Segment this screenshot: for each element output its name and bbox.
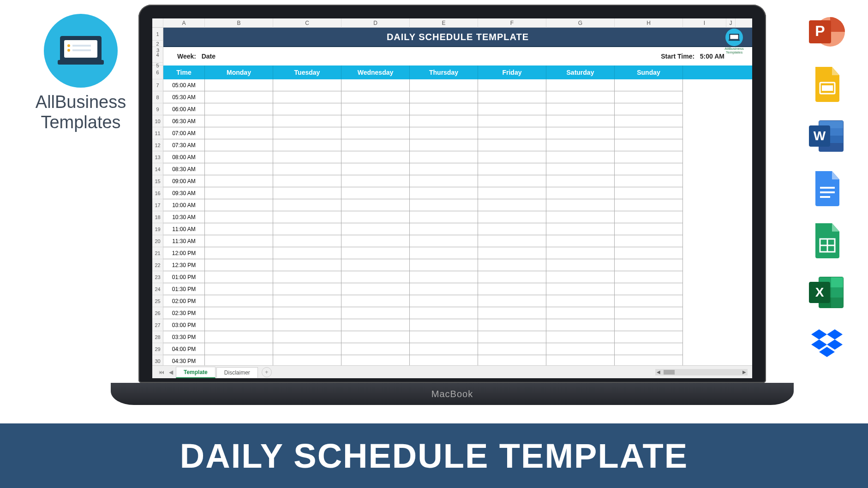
tab-nav-first-icon[interactable]: ⏮ — [157, 369, 166, 375]
schedule-cell[interactable] — [546, 103, 615, 115]
schedule-cell[interactable] — [615, 91, 683, 103]
time-cell[interactable]: 11:30 AM — [163, 235, 205, 247]
schedule-row[interactable]: 03:30 PM — [163, 331, 752, 343]
time-cell[interactable]: 10:00 AM — [163, 199, 205, 211]
time-cell[interactable]: 08:30 AM — [163, 163, 205, 175]
schedule-cell[interactable] — [205, 103, 273, 115]
schedule-cell[interactable] — [410, 115, 478, 127]
tab-nav-prev-icon[interactable]: ◀ — [167, 369, 175, 375]
schedule-row[interactable]: 06:00 AM — [163, 103, 752, 115]
schedule-row[interactable]: 05:30 AM — [163, 91, 752, 103]
schedule-cell[interactable] — [273, 187, 341, 199]
schedule-cell[interactable] — [205, 307, 273, 319]
schedule-cell[interactable] — [546, 79, 615, 91]
week-value[interactable]: Date — [202, 53, 216, 60]
schedule-cell[interactable] — [410, 343, 478, 355]
schedule-cell[interactable] — [478, 139, 546, 151]
schedule-cell[interactable] — [546, 163, 615, 175]
schedule-cell[interactable] — [273, 223, 341, 235]
time-cell[interactable]: 06:30 AM — [163, 115, 205, 127]
schedule-cell[interactable] — [205, 151, 273, 163]
schedule-cell[interactable] — [478, 103, 546, 115]
schedule-cell[interactable] — [341, 247, 410, 259]
schedule-cell[interactable] — [546, 283, 615, 295]
schedule-cell[interactable] — [410, 79, 478, 91]
schedule-row[interactable]: 01:00 PM — [163, 271, 752, 283]
schedule-cell[interactable] — [478, 331, 546, 343]
col-letter[interactable]: D — [341, 18, 410, 28]
schedule-cell[interactable] — [615, 139, 683, 151]
schedule-cell[interactable] — [478, 343, 546, 355]
schedule-cell[interactable] — [205, 163, 273, 175]
schedule-cell[interactable] — [341, 91, 410, 103]
schedule-row[interactable]: 03:00 PM — [163, 319, 752, 331]
schedule-cell[interactable] — [546, 295, 615, 307]
schedule-cell[interactable] — [341, 187, 410, 199]
schedule-cell[interactable] — [478, 295, 546, 307]
schedule-cell[interactable] — [205, 175, 273, 187]
schedule-cell[interactable] — [205, 271, 273, 283]
schedule-cell[interactable] — [410, 271, 478, 283]
schedule-cell[interactable] — [478, 259, 546, 271]
schedule-row[interactable]: 12:30 PM — [163, 259, 752, 271]
time-cell[interactable]: 12:30 PM — [163, 259, 205, 271]
schedule-cell[interactable] — [410, 187, 478, 199]
schedule-cell[interactable] — [341, 343, 410, 355]
schedule-cell[interactable] — [615, 199, 683, 211]
schedule-row[interactable]: 09:00 AM — [163, 175, 752, 187]
schedule-cell[interactable] — [205, 211, 273, 223]
schedule-cell[interactable] — [341, 115, 410, 127]
schedule-cell[interactable] — [478, 199, 546, 211]
schedule-row[interactable]: 09:30 AM — [163, 187, 752, 199]
horizontal-scrollbar[interactable]: ◀ ▶ — [655, 369, 748, 375]
schedule-row[interactable]: 11:30 AM — [163, 235, 752, 247]
schedule-cell[interactable] — [478, 223, 546, 235]
schedule-cell[interactable] — [205, 139, 273, 151]
schedule-cell[interactable] — [410, 175, 478, 187]
schedule-cell[interactable] — [546, 319, 615, 331]
schedule-cell[interactable] — [273, 235, 341, 247]
schedule-cell[interactable] — [205, 247, 273, 259]
schedule-cell[interactable] — [478, 247, 546, 259]
schedule-cell[interactable] — [410, 235, 478, 247]
col-letter[interactable]: E — [410, 18, 478, 28]
time-cell[interactable]: 01:30 PM — [163, 283, 205, 295]
schedule-cell[interactable] — [273, 247, 341, 259]
schedule-cell[interactable] — [478, 271, 546, 283]
schedule-cell[interactable] — [478, 163, 546, 175]
col-letter[interactable]: J — [726, 18, 736, 28]
schedule-cell[interactable] — [410, 211, 478, 223]
schedule-cell[interactable] — [478, 151, 546, 163]
select-all-cell[interactable] — [152, 18, 163, 28]
schedule-cell[interactable] — [615, 235, 683, 247]
schedule-cell[interactable] — [341, 331, 410, 343]
schedule-cell[interactable] — [341, 223, 410, 235]
schedule-cell[interactable] — [615, 223, 683, 235]
schedule-cell[interactable] — [341, 295, 410, 307]
scroll-right-icon[interactable]: ▶ — [741, 369, 748, 375]
time-cell[interactable]: 03:00 PM — [163, 319, 205, 331]
schedule-row[interactable]: 08:00 AM — [163, 151, 752, 163]
schedule-cell[interactable] — [273, 115, 341, 127]
schedule-cell[interactable] — [273, 79, 341, 91]
schedule-cell[interactable] — [341, 199, 410, 211]
schedule-cell[interactable] — [273, 331, 341, 343]
schedule-cell[interactable] — [546, 199, 615, 211]
schedule-cell[interactable] — [341, 103, 410, 115]
col-letter[interactable]: C — [273, 18, 341, 28]
schedule-cell[interactable] — [615, 115, 683, 127]
time-cell[interactable]: 03:30 PM — [163, 331, 205, 343]
schedule-cell[interactable] — [615, 103, 683, 115]
schedule-cell[interactable] — [478, 91, 546, 103]
schedule-row[interactable]: 05:00 AM — [163, 79, 752, 91]
sheet-tab-template[interactable]: Template — [176, 367, 216, 378]
col-letter[interactable]: A — [163, 18, 205, 28]
schedule-cell[interactable] — [478, 187, 546, 199]
schedule-cell[interactable] — [410, 259, 478, 271]
schedule-cell[interactable] — [205, 295, 273, 307]
schedule-row[interactable]: 01:30 PM — [163, 283, 752, 295]
schedule-cell[interactable] — [273, 295, 341, 307]
schedule-cell[interactable] — [205, 115, 273, 127]
schedule-cell[interactable] — [205, 319, 273, 331]
schedule-cell[interactable] — [273, 307, 341, 319]
